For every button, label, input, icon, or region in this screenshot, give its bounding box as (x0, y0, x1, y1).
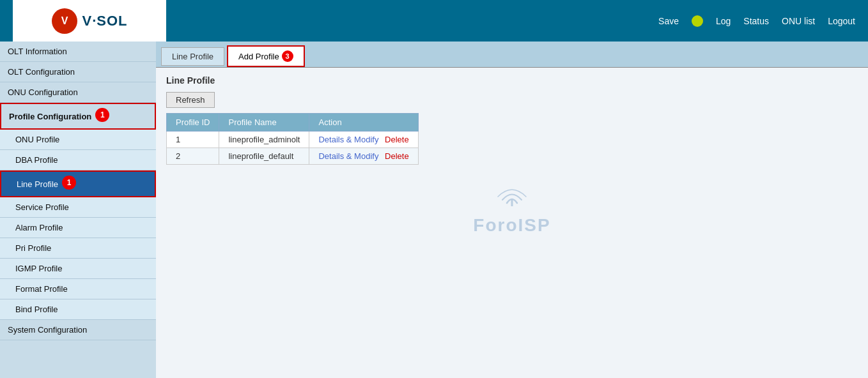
sidebar-item-olt-information[interactable]: OLT Information (0, 42, 156, 62)
details-modify-link[interactable]: Details & Modify (318, 135, 378, 144)
sidebar-item-dba-profile[interactable]: DBA Profile (0, 150, 156, 170)
header-nav: Log Status ONU list Logout (716, 16, 855, 26)
sidebar: OLT Information OLT Configuration ONU Co… (0, 42, 156, 378)
logo-area: V V·SOL (13, 0, 166, 42)
col-header-action: Action (309, 114, 418, 132)
onu-list-link[interactable]: ONU list (782, 16, 815, 26)
sidebar-item-olt-configuration[interactable]: OLT Configuration (0, 62, 156, 82)
header: V V·SOL Save Log Status ONU list Logout (0, 0, 868, 42)
main-layout: OLT Information OLT Configuration ONU Co… (0, 42, 868, 378)
table-row: 2 lineprofile_default Details & Modify D… (167, 148, 419, 165)
sidebar-item-format-profile[interactable]: Format Profile (0, 279, 156, 299)
watermark-text: ForoISP (166, 215, 858, 236)
sidebar-item-line-profile[interactable]: Line Profile 1 (0, 170, 156, 197)
watermark: ForoISP (166, 184, 858, 236)
cell-profile-id: 1 (167, 132, 219, 148)
col-header-profile-name: Profile Name (219, 114, 309, 132)
page-title: Line Profile (166, 75, 858, 86)
logout-link[interactable]: Logout (828, 16, 855, 26)
page-content: Line Profile Refresh Profile ID Profile … (156, 68, 868, 243)
add-profile-tab-badge: 3 (282, 50, 293, 62)
refresh-button[interactable]: Refresh (166, 92, 215, 108)
sidebar-item-onu-profile[interactable]: ONU Profile (0, 130, 156, 150)
cell-profile-name: lineprofile_adminolt (219, 132, 309, 148)
svg-text:V: V (61, 15, 68, 26)
vsol-logo-text: V·SOL (82, 13, 127, 29)
sidebar-item-pri-profile[interactable]: Pri Profile (0, 238, 156, 259)
main-content: Line Profile Add Profile 3 Line Profile … (156, 42, 868, 378)
cell-profile-name: lineprofile_default (219, 148, 309, 165)
header-right: Save Log Status ONU list Logout (658, 15, 855, 27)
sidebar-item-profile-configuration[interactable]: Profile Configuration 1 (0, 103, 156, 130)
vsol-logo: V V·SOL (51, 8, 127, 34)
status-link[interactable]: Status (743, 16, 769, 26)
save-label: Save (658, 16, 679, 26)
status-indicator (692, 15, 703, 27)
cell-action: Details & Modify Delete (309, 132, 418, 148)
col-header-profile-id: Profile ID (167, 114, 219, 132)
cell-profile-id: 2 (167, 148, 219, 165)
sidebar-item-service-profile[interactable]: Service Profile (0, 197, 156, 218)
table-row: 1 lineprofile_adminolt Details & Modify … (167, 132, 419, 148)
profile-config-badge: 1 (95, 108, 109, 122)
watermark-signal-icon (166, 184, 858, 215)
tab-line-profile[interactable]: Line Profile (161, 47, 224, 66)
sidebar-item-igmp-profile[interactable]: IGMP Profile (0, 259, 156, 279)
log-link[interactable]: Log (716, 16, 731, 26)
line-profile-sidebar-badge: 1 (62, 176, 76, 190)
tab-add-profile[interactable]: Add Profile 3 (227, 45, 305, 67)
tab-bar: Line Profile Add Profile 3 (156, 42, 868, 68)
cell-action: Details & Modify Delete (309, 148, 418, 165)
delete-link[interactable]: Delete (385, 151, 409, 161)
profile-table: Profile ID Profile Name Action 1 linepro… (166, 113, 419, 165)
sidebar-item-system-configuration[interactable]: System Configuration (0, 320, 156, 340)
sidebar-item-alarm-profile[interactable]: Alarm Profile (0, 218, 156, 238)
vsol-logo-icon: V (51, 8, 78, 34)
delete-link[interactable]: Delete (385, 135, 409, 144)
sidebar-item-bind-profile[interactable]: Bind Profile (0, 299, 156, 320)
sidebar-item-onu-configuration[interactable]: ONU Configuration (0, 82, 156, 103)
details-modify-link[interactable]: Details & Modify (318, 151, 378, 161)
